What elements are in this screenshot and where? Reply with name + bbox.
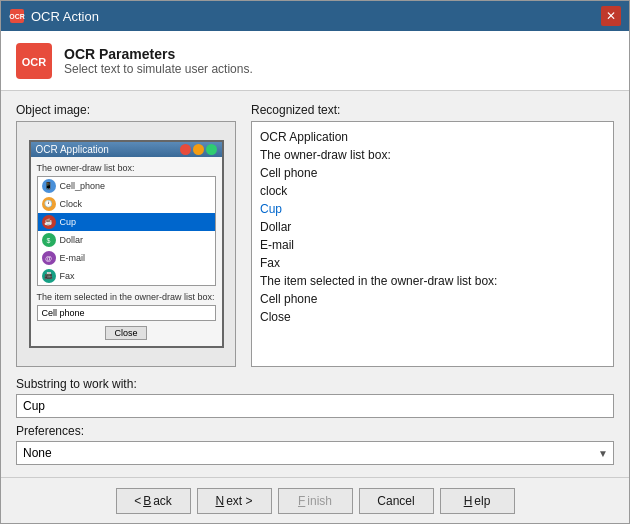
preferences-select[interactable]: None [16, 441, 614, 465]
finish-button[interactable]: Finish [278, 488, 353, 514]
text-line: clock [260, 182, 605, 200]
text-container[interactable]: OCR Application The owner-draw list box:… [251, 121, 614, 367]
list-item: 📠 Fax [38, 267, 215, 285]
ocr-title-icon: OCR [9, 8, 25, 24]
item-fax: Fax [60, 271, 75, 281]
svg-text:OCR: OCR [9, 13, 25, 20]
mock-btn-red [180, 144, 191, 155]
mock-close-btn[interactable]: Close [105, 326, 146, 340]
object-image-panel: Object image: OCR Application Th [16, 103, 236, 367]
fax-icon: 📠 [42, 269, 56, 283]
list-item: 🕐 Clock [38, 195, 215, 213]
substring-row: Substring to work with: [16, 377, 614, 418]
substring-input[interactable] [16, 394, 614, 418]
text-line-cup: Cup [260, 200, 605, 218]
mock-selected-box: Cell phone [37, 305, 216, 321]
header-text: OCR Parameters Select text to simulate u… [64, 46, 253, 76]
header-section: OCR OCR Parameters Select text to simula… [1, 31, 629, 91]
phone-icon: 📱 [42, 179, 56, 193]
item-email: E-mail [60, 253, 86, 263]
list-item-selected: ☕ Cup [38, 213, 215, 231]
mock-close-btns [180, 144, 217, 155]
cup-icon: ☕ [42, 215, 56, 229]
mock-listbox: 📱 Cell_phone 🕐 Clock ☕ Cup [37, 176, 216, 286]
text-line: OCR Application [260, 128, 605, 146]
text-line: Dollar [260, 218, 605, 236]
mock-title: OCR Application [31, 142, 222, 157]
image-container: OCR Application The owner-draw list box: [16, 121, 236, 367]
mock-app-window: OCR Application The owner-draw list box: [29, 140, 224, 348]
main-window: OCR OCR Action ✕ OCR OCR Parameters Sele… [0, 0, 630, 524]
mock-content: The owner-draw list box: 📱 Cell_phone 🕐 … [31, 157, 222, 346]
bottom-form: Substring to work with: Preferences: Non… [16, 377, 614, 465]
text-line: Close [260, 308, 605, 326]
preferences-label: Preferences: [16, 424, 614, 438]
preferences-select-wrap: None ▼ [16, 441, 614, 465]
title-bar-left: OCR OCR Action [9, 8, 99, 24]
recognized-text-label: Recognized text: [251, 103, 614, 117]
list-item: $ Dollar [38, 231, 215, 249]
mock-selected-label: The item selected in the owner-draw list… [37, 292, 216, 302]
text-line: Fax [260, 254, 605, 272]
cancel-button[interactable]: Cancel [359, 488, 434, 514]
substring-label: Substring to work with: [16, 377, 614, 391]
email-icon: @ [42, 251, 56, 265]
content-area: Object image: OCR Application Th [1, 91, 629, 477]
title-bar: OCR OCR Action ✕ [1, 1, 629, 31]
mock-app-title: OCR Application [36, 144, 109, 155]
svg-text:OCR: OCR [22, 56, 47, 68]
header-title: OCR Parameters [64, 46, 253, 62]
mock-btn-yellow [193, 144, 204, 155]
recognized-text-panel: Recognized text: OCR Application The own… [251, 103, 614, 367]
close-button[interactable]: ✕ [601, 6, 621, 26]
text-line: Cell phone [260, 164, 605, 182]
mock-btn-green [206, 144, 217, 155]
text-line: The item selected in the owner-draw list… [260, 272, 605, 290]
preferences-row: Preferences: None ▼ [16, 424, 614, 465]
window-title: OCR Action [31, 9, 99, 24]
mock-close-button-wrap: Close [37, 326, 216, 340]
footer: < Back Next > Finish Cancel Help [1, 477, 629, 523]
list-item: 📱 Cell_phone [38, 177, 215, 195]
dollar-icon: $ [42, 233, 56, 247]
item-clock: Clock [60, 199, 83, 209]
text-line: Cell phone [260, 290, 605, 308]
next-button[interactable]: Next > [197, 488, 272, 514]
item-cup: Cup [60, 217, 77, 227]
header-subtitle: Select text to simulate user actions. [64, 62, 253, 76]
help-button[interactable]: Help [440, 488, 515, 514]
list-item: @ E-mail [38, 249, 215, 267]
object-image-label: Object image: [16, 103, 236, 117]
text-line: The owner-draw list box: [260, 146, 605, 164]
mock-list-label: The owner-draw list box: [37, 163, 216, 173]
clock-icon: 🕐 [42, 197, 56, 211]
item-dollar: Dollar [60, 235, 84, 245]
panels-row: Object image: OCR Application Th [16, 103, 614, 367]
back-button[interactable]: < Back [116, 488, 191, 514]
text-line: E-mail [260, 236, 605, 254]
ocr-logo: OCR [16, 43, 52, 79]
item-cell-phone: Cell_phone [60, 181, 106, 191]
